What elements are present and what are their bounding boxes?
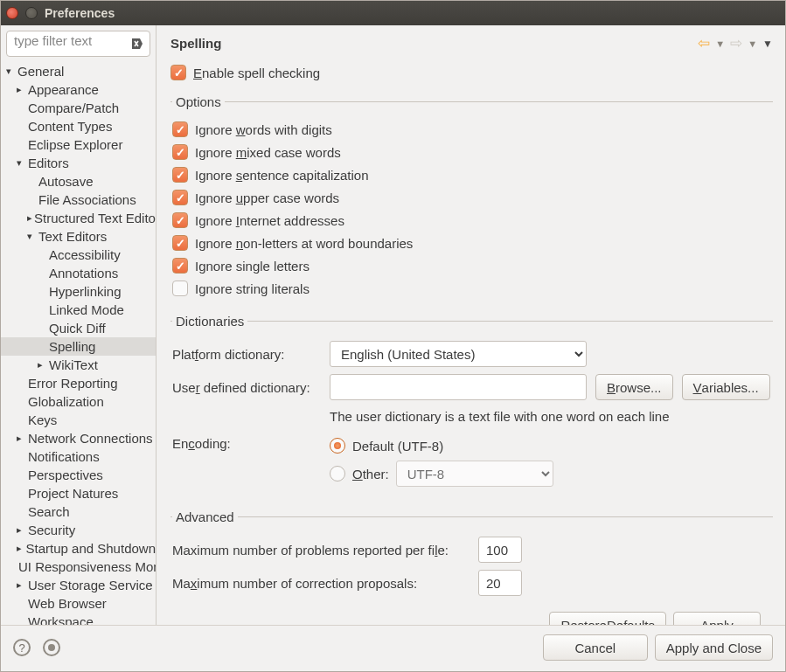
tree-item-error-reporting[interactable]: Error Reporting	[1, 374, 156, 392]
tree-item-startup-shutdown[interactable]: ▸Startup and Shutdown	[1, 539, 156, 558]
nav-back-dropdown-icon[interactable]: ▼	[712, 38, 728, 49]
encoding-default-radio[interactable]	[330, 438, 345, 454]
options-group: Options Ignore words with digits Ignore …	[170, 94, 773, 303]
tree-item-editors[interactable]: ▾Editors	[1, 154, 156, 172]
tree-item-wikitext[interactable]: ▸WikiText	[1, 356, 156, 374]
tree-item-text-editors[interactable]: ▾Text Editors	[1, 227, 156, 246]
tree-item-workspace[interactable]: Workspace	[1, 613, 156, 625]
encoding-default-label: Default (UTF-8)	[352, 439, 443, 454]
tree-item-structured-text-editors[interactable]: ▸Structured Text Editors	[1, 209, 156, 227]
tree-item-ui-responsiveness[interactable]: UI Responsiveness Monitoring	[1, 558, 156, 576]
user-dictionary-note: The user dictionary is a text file with …	[172, 404, 771, 427]
max-proposals-label: Maximum number of correction proposals:	[172, 576, 470, 591]
ignore-string-literals-label: Ignore string literals	[195, 281, 310, 296]
filter-input[interactable]: type filter text	[6, 31, 150, 57]
platform-dictionary-select[interactable]: English (United States)	[330, 341, 587, 367]
preferences-tree[interactable]: ▾General ▸Appearance Compare/Patch Conte…	[1, 62, 156, 625]
window-title: Preferences	[45, 6, 115, 20]
tree-item-general[interactable]: ▾General	[1, 62, 156, 80]
browse-button[interactable]: Browse...	[595, 374, 673, 400]
apply-and-close-button[interactable]: Apply and Close	[655, 634, 773, 661]
tree-item-annotations[interactable]: Annotations	[1, 264, 156, 282]
oomph-icon[interactable]	[43, 639, 60, 656]
tree-item-autosave[interactable]: Autosave	[1, 172, 156, 191]
advanced-group: Advanced Maximum number of problems repo…	[170, 509, 773, 603]
encoding-other-select[interactable]: UTF-8	[396, 461, 553, 487]
window-close-icon[interactable]	[6, 7, 18, 19]
tree-item-web-browser[interactable]: Web Browser	[1, 594, 156, 613]
tree-item-quick-diff[interactable]: Quick Diff	[1, 319, 156, 337]
page-title: Spelling	[170, 36, 698, 51]
ignore-internet-addresses-label: Ignore Internet addresses	[195, 213, 344, 228]
titlebar[interactable]: Preferences	[1, 1, 785, 25]
ignore-string-literals-checkbox[interactable]	[172, 281, 188, 296]
options-legend: Options	[172, 94, 225, 109]
tree-item-content-types[interactable]: Content Types	[1, 117, 156, 135]
encoding-label: Encoding:	[172, 436, 321, 451]
max-problems-input[interactable]	[478, 537, 522, 563]
content-area: Spelling ⇦ ▼ ⇨ ▼ ▼ Enable spell checking…	[157, 25, 785, 625]
ignore-single-letters-checkbox[interactable]	[172, 258, 188, 274]
ignore-sentence-cap-label: Ignore sentence capitalization	[195, 168, 368, 183]
view-menu-icon[interactable]: ▼	[762, 38, 773, 50]
ignore-non-letters-label: Ignore non-letters at word boundaries	[195, 236, 413, 251]
ignore-internet-addresses-checkbox[interactable]	[172, 212, 188, 228]
dictionaries-legend: Dictionaries	[172, 314, 247, 329]
platform-dictionary-label: Platform dictionary:	[172, 347, 321, 362]
tree-item-keys[interactable]: Keys	[1, 411, 156, 429]
tree-item-project-natures[interactable]: Project Natures	[1, 484, 156, 502]
nav-back-icon[interactable]: ⇦	[698, 34, 710, 52]
max-proposals-input[interactable]	[478, 570, 522, 596]
ignore-sentence-cap-checkbox[interactable]	[172, 167, 188, 183]
dictionaries-group: Dictionaries Platform dictionary: Englis…	[170, 314, 773, 499]
tree-item-hyperlinking[interactable]: Hyperlinking	[1, 282, 156, 301]
tree-item-eclipse-explorer[interactable]: Eclipse Explorer	[1, 135, 156, 154]
encoding-other-radio[interactable]	[330, 466, 345, 481]
tree-item-perspectives[interactable]: Perspectives	[1, 466, 156, 484]
tree-item-notifications[interactable]: Notifications	[1, 447, 156, 466]
ignore-words-with-digits-checkbox[interactable]	[172, 121, 188, 137]
preferences-window: Preferences type filter text ▾General ▸A…	[0, 0, 786, 672]
body: type filter text ▾General ▸Appearance Co…	[1, 25, 785, 625]
user-dictionary-input[interactable]	[330, 374, 587, 400]
window-minimize-icon[interactable]	[25, 7, 38, 19]
cancel-button[interactable]: Cancel	[543, 634, 648, 661]
apply-button[interactable]: Apply	[673, 612, 761, 625]
max-problems-label: Maximum number of problems reported per …	[172, 543, 470, 558]
ignore-words-with-digits-label: Ignore words with digits	[195, 122, 332, 137]
ignore-non-letters-checkbox[interactable]	[172, 235, 188, 251]
footer: ? Cancel Apply and Close	[1, 625, 785, 671]
restore-defaults-button[interactable]: Restore Defaults	[549, 612, 666, 625]
tree-item-user-storage-service[interactable]: ▸User Storage Service	[1, 576, 156, 594]
clear-filter-icon[interactable]	[130, 37, 144, 51]
variables-button[interactable]: Variables...	[682, 374, 770, 400]
tree-item-globalization[interactable]: Globalization	[1, 392, 156, 411]
tree-item-file-associations[interactable]: File Associations	[1, 191, 156, 209]
tree-item-appearance[interactable]: ▸Appearance	[1, 80, 156, 99]
tree-item-search[interactable]: Search	[1, 502, 156, 521]
tree-item-security[interactable]: ▸Security	[1, 521, 156, 539]
tree-item-accessibility[interactable]: Accessibility	[1, 246, 156, 264]
help-icon[interactable]: ?	[13, 639, 31, 656]
tree-item-compare-patch[interactable]: Compare/Patch	[1, 99, 156, 117]
enable-spell-checking-label: Enable spell checking	[193, 66, 320, 80]
nav-forward-dropdown-icon[interactable]: ▼	[744, 38, 761, 49]
user-dictionary-label: User defined dictionary:	[172, 380, 321, 395]
tree-item-linked-mode[interactable]: Linked Mode	[1, 301, 156, 319]
ignore-single-letters-label: Ignore single letters	[195, 259, 310, 274]
tree-item-network-connections[interactable]: ▸Network Connections	[1, 429, 156, 447]
nav-forward-icon[interactable]: ⇨	[730, 34, 742, 52]
sidebar: type filter text ▾General ▸Appearance Co…	[1, 25, 157, 625]
tree-item-spelling[interactable]: Spelling	[1, 337, 156, 356]
enable-spell-checking-checkbox[interactable]	[170, 65, 186, 80]
encoding-other-label: Other:	[352, 467, 389, 481]
ignore-mixed-case-checkbox[interactable]	[172, 144, 188, 160]
ignore-upper-case-checkbox[interactable]	[172, 190, 188, 205]
filter-placeholder: type filter text	[14, 33, 92, 48]
ignore-upper-case-label: Ignore upper case words	[195, 191, 339, 205]
ignore-mixed-case-label: Ignore mixed case words	[195, 145, 341, 160]
advanced-legend: Advanced	[172, 509, 238, 524]
